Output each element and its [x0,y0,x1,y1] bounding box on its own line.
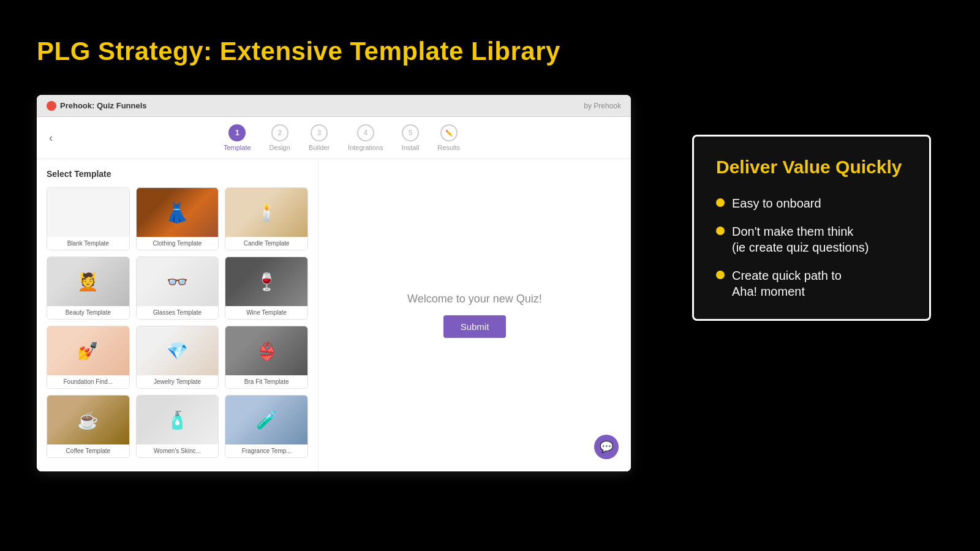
template-card-womens[interactable]: 🧴 Women's Skinc... [136,395,219,458]
step-template[interactable]: 1 Template [224,124,251,151]
template-name-bra: Bra Fit Template [225,375,307,388]
step-circle-results: ✏️ [440,124,458,141]
glasses-thumb-container: 👓 [137,257,219,306]
jewelry-thumb-container: 💎 [137,326,219,375]
bullet-dot-1 [716,198,725,207]
template-card-fragrance[interactable]: 🧪 Fragrance Temp... [225,395,308,458]
sidebar-title: Select Template [47,169,308,179]
template-card-glasses[interactable]: 👓 Glasses Template [136,257,219,320]
template-sidebar: Select Template Blank Template 👗 [37,159,318,471]
template-card-beauty[interactable]: 💆 Beauty Template [47,257,130,320]
step-label-design: Design [270,144,290,151]
preview-area: Welcome to your new Quiz! Submit [318,159,631,471]
template-card-coffee[interactable]: ☕ Coffee Template [47,395,130,458]
step-design[interactable]: 2 Design [270,124,290,151]
bra-thumb-container: 👙 [225,326,307,375]
foundation-thumb-container: 💅 [47,326,129,375]
template-name-coffee: Coffee Template [47,444,129,457]
bullet-list: Easy to onboard Don't make them think(ie… [716,195,907,299]
chat-bubble-button[interactable]: 💬 [594,435,619,459]
template-name-womens: Women's Skinc... [137,444,219,457]
steps-nav: ‹ 1 Template 2 Design 3 Builder 4 Integr… [37,117,631,159]
browser-logo: Prehook: Quiz Funnels [47,101,147,111]
step-label-install: Install [402,144,420,151]
main-area: Select Template Blank Template 👗 [37,159,631,471]
browser-brand: by Prehook [584,102,621,110]
steps-container: 1 Template 2 Design 3 Builder 4 Integrat… [65,124,619,151]
app-name: Prehook: Quiz Funnels [60,101,147,110]
template-card-clothing[interactable]: 👗 Clothing Template [136,187,219,250]
step-install[interactable]: 5 Install [402,124,420,151]
bullet-item-3: Create quick path toAha! moment [716,268,907,299]
womens-thumb-container: 🧴 [137,395,219,444]
template-card-candle[interactable]: 🕯️ Candle Template [225,187,308,250]
template-card-blank[interactable]: Blank Template [47,187,130,250]
step-results[interactable]: ✏️ Results [437,124,460,151]
fragrance-thumb-container: 🧪 [225,395,307,444]
info-card-title: Deliver Value Quickly [716,156,907,178]
clothing-thumb-container: 👗 [137,188,219,237]
template-name-beauty: Beauty Template [47,306,129,319]
template-name-fragrance: Fragrance Temp... [225,444,307,457]
step-label-builder: Builder [309,144,330,151]
beauty-thumb-container: 💆 [47,257,129,306]
template-card-bra[interactable]: 👙 Bra Fit Template [225,326,308,389]
bullet-text-2: Don't make them think(ie create quiz que… [732,223,869,255]
browser-window: Prehook: Quiz Funnels by Prehook ‹ 1 Tem… [37,95,631,471]
bullet-text-3: Create quick path toAha! moment [732,268,842,299]
coffee-thumb-container: ☕ [47,395,129,444]
wine-thumb-container: 🍷 [225,257,307,306]
template-name-jewelry: Jewelry Template [137,375,219,388]
template-name-glasses: Glasses Template [137,306,219,319]
template-card-foundation[interactable]: 💅 Foundation Find... [47,326,130,389]
welcome-text: Welcome to your new Quiz! [407,293,542,305]
blank-thumb [47,188,129,237]
browser-bar: Prehook: Quiz Funnels by Prehook [37,95,631,117]
template-name-wine: Wine Template [225,306,307,319]
back-button[interactable]: ‹ [49,132,53,144]
bullet-dot-2 [716,227,725,235]
bullet-item-1: Easy to onboard [716,195,907,211]
step-label-results: Results [437,144,460,151]
step-integrations[interactable]: 4 Integrations [348,124,383,151]
step-circle-2: 2 [271,124,288,141]
bullet-text-1: Easy to onboard [732,195,821,211]
template-grid: Blank Template 👗 Clothing Template [47,187,308,458]
app-content: ‹ 1 Template 2 Design 3 Builder 4 Integr… [37,117,631,471]
step-circle-4: 4 [357,124,374,141]
template-name-candle: Candle Template [225,237,307,250]
step-builder[interactable]: 3 Builder [309,124,330,151]
submit-button[interactable]: Submit [443,315,507,338]
step-circle-3: 3 [311,124,328,141]
main-title: PLG Strategy: Extensive Template Library [37,37,560,66]
candle-thumb-container: 🕯️ [225,188,307,237]
bullet-dot-3 [716,271,725,279]
template-name-clothing: Clothing Template [137,237,219,250]
bullet-item-2: Don't make them think(ie create quiz que… [716,223,907,255]
step-label-integrations: Integrations [348,144,383,151]
template-name-blank: Blank Template [47,237,129,250]
step-label-template: Template [224,144,251,151]
info-card: Deliver Value Quickly Easy to onboard Do… [692,135,931,321]
step-circle-1: 1 [228,124,246,141]
step-circle-5: 5 [402,124,419,141]
template-name-foundation: Foundation Find... [47,375,129,388]
template-card-wine[interactable]: 🍷 Wine Template [225,257,308,320]
template-card-jewelry[interactable]: 💎 Jewelry Template [136,326,219,389]
logo-circle-icon [47,101,56,111]
